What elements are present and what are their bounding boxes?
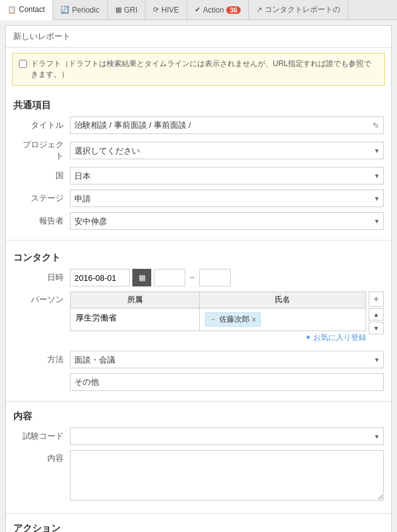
content-section: 内容 試験コード 内容: [6, 404, 391, 511]
time-from-input[interactable]: [154, 269, 185, 286]
main-content: 新しいレポート ドラフト（ドラフトは検索結果とタイムラインには表示されませんが、…: [5, 25, 392, 532]
common-section: 共通項目 タイトル ✎ プロジェクト 選択してください 国 日本: [6, 91, 391, 237]
project-select-wrap: 選択してください: [70, 142, 384, 159]
action-check-icon: ✔: [195, 6, 200, 14]
content-textarea[interactable]: [70, 450, 384, 501]
project-label: プロジェクト: [20, 139, 70, 162]
fav-star-icon: ✦: [305, 333, 311, 342]
tab-contact[interactable]: 📋 Contact: [0, 0, 53, 20]
tab-action[interactable]: ✔ Action 36: [187, 0, 249, 20]
tab-periodic[interactable]: 🔄 Periodic: [53, 0, 107, 20]
person-tag-name: 佐藤次郎: [219, 314, 250, 325]
person-row-controls: ＋ ▲ ▼: [369, 291, 384, 334]
trial-code-row: 試験コード: [13, 427, 384, 445]
method-label: 方法: [20, 354, 70, 365]
tab-hive[interactable]: ⟳ HIVE: [146, 0, 187, 20]
stage-row: ステージ 申請: [13, 190, 384, 207]
divider-2: [6, 401, 391, 402]
common-section-title: 共通項目: [13, 96, 384, 116]
method-select[interactable]: 面談・会議: [70, 351, 384, 368]
stage-label: ステージ: [20, 193, 70, 204]
tab-contact-report[interactable]: ↗ コンタクトレポートの: [249, 0, 348, 20]
trial-code-select-wrap: [70, 427, 384, 445]
col-name: 氏名: [199, 292, 365, 308]
divider-1: [6, 240, 391, 241]
contact-icon: 📋: [8, 6, 16, 14]
datetime-row: 日時 ▦ －: [13, 269, 384, 286]
title-input[interactable]: [71, 117, 369, 133]
reporter-select[interactable]: 安中伸彦: [70, 212, 384, 230]
person-move-up-button[interactable]: ▲: [369, 308, 384, 320]
content-row: 内容: [13, 450, 384, 501]
draft-notice: ドラフト（ドラフトは検索結果とタイムラインには表示されませんが、URL指定すれば…: [12, 53, 385, 86]
fav-register-link[interactable]: お気に入り登録: [313, 333, 366, 342]
content-label: 内容: [20, 450, 70, 464]
page-header: 新しいレポート: [6, 26, 391, 48]
method-other-row: [13, 373, 384, 391]
tab-report-label: コンタクトレポートの: [265, 4, 340, 15]
action-badge: 36: [226, 6, 240, 14]
edit-icon[interactable]: ✎: [369, 121, 383, 130]
gri-icon: ▦: [115, 6, 122, 14]
draft-checkbox[interactable]: [19, 60, 27, 68]
action-section: アクション アクションあり アクションなし: [6, 516, 391, 532]
action-section-title: アクション: [13, 519, 384, 532]
tab-hive-label: HIVE: [161, 6, 179, 14]
project-select[interactable]: 選択してください: [70, 142, 384, 159]
trial-code-select[interactable]: [70, 427, 384, 445]
stage-select-wrap: 申請: [70, 190, 384, 207]
method-row: 方法 面談・会議: [13, 351, 384, 368]
reporter-row: 報告者 安中伸彦: [13, 212, 384, 230]
country-row: 国 日本: [13, 167, 384, 184]
tab-action-label: Action: [203, 6, 224, 14]
table-row: 厚生労働省 － 佐藤次郎 ×: [71, 308, 366, 331]
date-row: ▦ －: [70, 269, 231, 286]
person-table-wrap: 所属 氏名 厚生労働省 － 佐藤次郎 ×: [70, 291, 366, 346]
person-affiliation: 厚生労働省: [71, 308, 200, 331]
tab-periodic-label: Periodic: [72, 6, 99, 14]
person-label: パーソン: [20, 291, 70, 305]
tag-remove-icon[interactable]: ×: [252, 315, 256, 324]
page-title: 新しいレポート: [13, 31, 71, 41]
col-affiliation: 所属: [71, 292, 200, 308]
reporter-label: 報告者: [20, 215, 70, 227]
tab-gri[interactable]: ▦ GRI: [108, 0, 146, 20]
datetime-label: 日時: [20, 272, 70, 283]
tab-bar: 📋 Contact 🔄 Periodic ▦ GRI ⟳ HIVE ✔ Acti…: [0, 0, 397, 20]
calendar-button[interactable]: ▦: [132, 269, 151, 286]
person-move-down-button[interactable]: ▼: [369, 322, 384, 334]
person-row: パーソン 所属 氏名 厚生労働省 －: [13, 291, 384, 346]
country-label: 国: [20, 170, 70, 181]
person-tag: － 佐藤次郎 ×: [205, 312, 261, 327]
draft-text: ドラフト（ドラフトは検索結果とタイムラインには表示されませんが、URL指定すれば…: [31, 59, 378, 80]
divider-3: [6, 513, 391, 514]
report-icon: ↗: [256, 6, 262, 14]
title-row: タイトル ✎: [13, 116, 384, 134]
reporter-select-wrap: 安中伸彦: [70, 212, 384, 230]
tag-minus-icon[interactable]: －: [209, 314, 217, 325]
title-label: タイトル: [20, 120, 70, 131]
method-select-wrap: 面談・会議: [70, 351, 384, 368]
tab-gri-label: GRI: [124, 6, 137, 14]
person-name-cell: － 佐藤次郎 ×: [199, 308, 365, 331]
country-select[interactable]: 日本: [70, 167, 384, 184]
project-row: プロジェクト 選択してください: [13, 139, 384, 162]
content-section-title: 内容: [13, 407, 384, 427]
country-select-wrap: 日本: [70, 167, 384, 184]
date-input[interactable]: [70, 269, 130, 286]
contact-section: コンタクト 日時 ▦ － パーソン 所属 氏名: [6, 243, 391, 399]
hive-icon: ⟳: [153, 6, 159, 14]
stage-select[interactable]: 申請: [70, 190, 384, 207]
fav-link: ✦ お気に入り登録: [70, 331, 366, 346]
periodic-icon: 🔄: [60, 6, 69, 14]
contact-section-title: コンタクト: [13, 248, 384, 269]
person-add-button[interactable]: ＋: [369, 291, 384, 307]
method-other-input[interactable]: [70, 373, 384, 391]
trial-code-label: 試験コード: [20, 431, 70, 442]
title-input-wrap: ✎: [70, 116, 384, 134]
tab-contact-label: Contact: [19, 5, 45, 14]
time-separator: －: [188, 272, 197, 283]
person-table: 所属 氏名 厚生労働省 － 佐藤次郎 ×: [70, 291, 366, 331]
time-to-input[interactable]: [199, 269, 231, 286]
